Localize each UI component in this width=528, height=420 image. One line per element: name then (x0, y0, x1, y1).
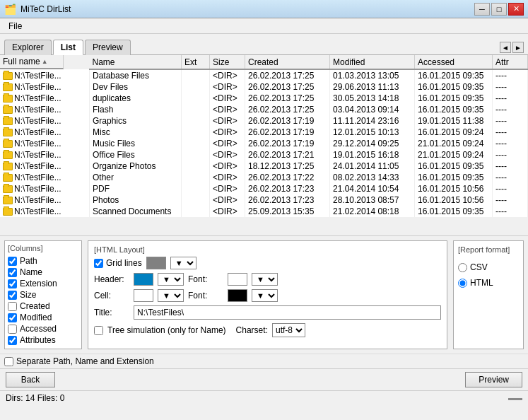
table-cell-6: 16.01.2015 10:56 (415, 194, 493, 206)
gridlines-label: Grid lines (106, 258, 142, 268)
table-cell-5: 03.04.2013 09:14 (330, 104, 415, 115)
table-cell-2 (182, 115, 210, 127)
table-row[interactable]: N:\TestFile...Other<DIR>26.02.2013 17:22… (0, 172, 528, 183)
gridlines-color-select[interactable]: ▼ (170, 257, 196, 269)
html-layout-title: [HTML Layout] (94, 245, 441, 254)
file-table-scroll[interactable]: Full name ▲ Name Ext Size Created Modifi… (0, 55, 528, 235)
cell-font-select[interactable]: ▼ (252, 289, 278, 302)
table-cell-6: 16.01.2015 09:35 (415, 81, 493, 93)
col-header-name[interactable]: Name (90, 55, 182, 69)
window-controls: ─ □ ✕ (474, 3, 524, 16)
table-row[interactable]: N:\TestFile...Graphics<DIR>26.02.2013 17… (0, 115, 528, 127)
tab-explorer[interactable]: Explorer (4, 40, 52, 55)
table-cell-7: ---- (493, 69, 528, 81)
header-label: Header: (94, 274, 129, 284)
tabs-container: Explorer List Preview (4, 39, 131, 54)
header-color-swatch[interactable] (134, 273, 153, 286)
minimize-button[interactable]: ─ (474, 3, 490, 16)
table-row[interactable]: N:\TestFile...Organize Photos<DIR>18.12.… (0, 161, 528, 172)
column-checkbox-2[interactable] (8, 279, 17, 288)
table-cell-0: N:\TestFile... (0, 206, 90, 217)
table-row[interactable]: N:\TestFile...Photos<DIR>26.02.2013 17:2… (0, 194, 528, 206)
table-cell-6: 16.01.2015 09:35 (415, 161, 493, 172)
table-cell-0: N:\TestFile... (0, 138, 90, 149)
col-header-created[interactable]: Created (245, 55, 330, 69)
table-row[interactable]: N:\TestFile...Misc<DIR>26.02.2013 17:191… (0, 127, 528, 138)
table-cell-3: <DIR> (210, 69, 245, 81)
table-row[interactable]: N:\TestFile...Database Files<DIR>26.02.2… (0, 69, 528, 81)
table-cell-3: <DIR> (210, 93, 245, 104)
folder-icon (3, 185, 13, 193)
column-checkbox-4[interactable] (8, 302, 17, 311)
table-cell-3: <DIR> (210, 138, 245, 149)
table-cell-5: 21.02.2014 08:18 (330, 206, 415, 217)
col-header-attr[interactable]: Attr (493, 55, 528, 69)
cell-font-swatch[interactable] (228, 289, 247, 302)
separate-path-checkbox[interactable] (4, 357, 13, 366)
menu-file[interactable]: File (3, 20, 28, 33)
col-header-modified[interactable]: Modified (330, 55, 415, 69)
table-row[interactable]: N:\TestFile...Flash<DIR>26.02.2013 17:25… (0, 104, 528, 115)
col-header-accessed[interactable]: Accessed (415, 55, 493, 69)
header-font-select[interactable]: ▼ (252, 273, 278, 286)
table-cell-4: 26.02.2013 17:25 (245, 104, 330, 115)
radio-html-input[interactable] (458, 279, 467, 288)
table-cell-7: ---- (493, 183, 528, 194)
column-checkbox-6[interactable] (8, 325, 17, 334)
table-cell-1: Office Files (90, 149, 182, 161)
tab-next-arrow[interactable]: ► (512, 42, 524, 53)
gridlines-checkbox[interactable] (94, 259, 103, 268)
tab-list[interactable]: List (53, 40, 83, 55)
table-row[interactable]: N:\TestFile...duplicates<DIR>26.02.2013 … (0, 93, 528, 104)
folder-icon (3, 151, 13, 159)
tab-prev-arrow[interactable]: ◄ (500, 42, 511, 53)
column-checkbox-5[interactable] (8, 313, 17, 322)
col-header-size[interactable]: Size (210, 55, 245, 69)
cell-color-swatch[interactable] (134, 289, 153, 302)
table-row[interactable]: N:\TestFile...Scanned Documents<DIR>25.0… (0, 206, 528, 217)
col-header-ext[interactable]: Ext (182, 55, 210, 69)
table-cell-4: 26.02.2013 17:19 (245, 115, 330, 127)
table-cell-6: 16.01.2015 10:56 (415, 183, 493, 194)
charset-select[interactable]: utf-8 (272, 323, 305, 337)
columns-box: [Columns] PathNameExtensionSizeCreatedMo… (4, 240, 82, 349)
table-cell-5: 19.01.2015 16:18 (330, 149, 415, 161)
title-input[interactable] (134, 305, 441, 320)
table-row[interactable]: N:\TestFile...Dev Files<DIR>26.02.2013 1… (0, 81, 528, 93)
action-row: Back Preview (0, 368, 528, 390)
header-color-select[interactable]: ▼ (158, 273, 184, 286)
column-checkbox-0[interactable] (8, 257, 17, 266)
table-cell-1: Photos (90, 194, 182, 206)
table-cell-5: 29.12.2014 09:25 (330, 138, 415, 149)
close-button[interactable]: ✕ (508, 3, 524, 16)
gridlines-color-swatch[interactable] (146, 257, 166, 269)
status-text: Dirs: 14 Files: 0 (6, 393, 64, 403)
folder-icon (3, 163, 13, 170)
report-format-title: [Report format] (458, 245, 519, 254)
column-checkbox-3[interactable] (8, 291, 17, 300)
tree-sim-checkbox[interactable] (94, 326, 103, 335)
table-cell-3: <DIR> (210, 172, 245, 183)
table-cell-2 (182, 104, 210, 115)
table-cell-0: N:\TestFile... (0, 104, 90, 115)
column-checkbox-1[interactable] (8, 268, 17, 277)
column-checkbox-7[interactable] (8, 336, 17, 345)
col-header-fullname[interactable]: Full name ▲ (0, 55, 64, 69)
table-row[interactable]: N:\TestFile...Music Files<DIR>26.02.2013… (0, 138, 528, 149)
gridlines-row: Grid lines ▼ (94, 257, 441, 269)
tab-preview[interactable]: Preview (85, 40, 131, 55)
table-cell-7: ---- (493, 172, 528, 183)
table-cell-5: 01.03.2013 13:05 (330, 69, 415, 81)
header-font-swatch[interactable] (228, 273, 247, 286)
radio-csv-input[interactable] (458, 263, 467, 272)
charset-label: Charset: (236, 325, 268, 335)
table-cell-6: 16.01.2015 09:24 (415, 127, 493, 138)
preview-button[interactable]: Preview (465, 372, 522, 387)
cell-color-select[interactable]: ▼ (158, 289, 184, 302)
table-cell-5: 21.04.2014 10:54 (330, 183, 415, 194)
table-row[interactable]: N:\TestFile...Office Files<DIR>26.02.201… (0, 149, 528, 161)
back-button[interactable]: Back (6, 372, 55, 387)
table-row[interactable]: N:\TestFile...PDF<DIR>26.02.2013 17:2321… (0, 183, 528, 194)
table-cell-7: ---- (493, 127, 528, 138)
maximize-button[interactable]: □ (491, 3, 507, 16)
